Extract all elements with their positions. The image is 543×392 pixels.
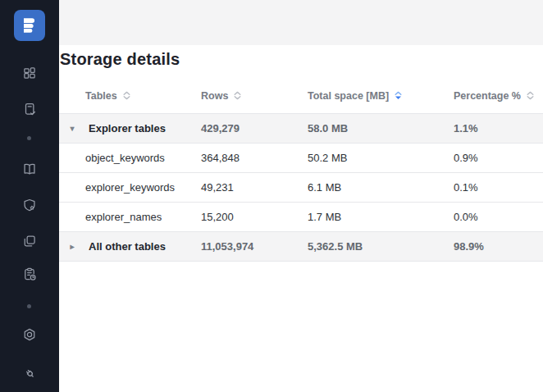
cell-total-space: 1.7 MB	[308, 211, 454, 223]
logo-glyph	[20, 16, 39, 35]
table-row[interactable]: ▸ All other tables 11,053,974 5,362.5 MB…	[59, 232, 543, 262]
document-check-icon[interactable]	[22, 102, 37, 116]
table-row: object_keywords 364,848 50.2 MB 0.9%	[59, 144, 543, 173]
cell-table-name: Explorer tables	[85, 122, 201, 134]
table-row: explorer_names 15,200 1.7 MB 0.0%	[59, 203, 543, 232]
clipboard-clock-icon[interactable]	[22, 267, 37, 281]
cell-total-space: 5,362.5 MB	[308, 240, 454, 253]
cell-rows: 49,231	[201, 181, 308, 194]
page-title: Storage details	[60, 48, 543, 70]
storage-table: Tables Rows Total space [MB]	[59, 78, 543, 262]
table-row: explorer_keywords 49,231 6.1 MB 0.1%	[59, 173, 543, 203]
cell-rows: 429,279	[201, 122, 308, 134]
cell-rows: 11,053,974	[201, 240, 308, 253]
cell-rows: 15,200	[201, 211, 308, 223]
top-header-band	[59, 0, 543, 45]
cell-total-space: 6.1 MB	[308, 181, 454, 194]
cell-total-space: 58.0 MB	[308, 122, 454, 134]
cell-table-name: All other tables	[85, 240, 201, 253]
column-header-rows[interactable]: Rows	[201, 90, 308, 102]
sort-icon	[525, 90, 536, 101]
column-label: Total space [MB]	[308, 90, 389, 102]
sort-icon	[232, 90, 243, 101]
column-label: Percentage %	[454, 90, 521, 102]
dashboard-icon[interactable]	[22, 66, 37, 80]
sidebar	[0, 0, 59, 392]
plug-icon[interactable]	[22, 366, 37, 381]
app-window: Storage details Tables Rows Total	[0, 0, 543, 392]
hexagon-settings-icon[interactable]	[22, 327, 37, 342]
table-body: ▾ Explorer tables 429,279 58.0 MB 1.1% o…	[59, 114, 543, 262]
table-header-row: Tables Rows Total space [MB]	[59, 78, 543, 114]
cell-percentage: 0.1%	[454, 181, 543, 194]
separator-dot	[27, 136, 31, 140]
cell-percentage: 0.9%	[454, 152, 543, 164]
column-header-tables[interactable]: Tables	[85, 90, 201, 102]
cell-percentage: 98.9%	[454, 240, 543, 253]
sort-icon	[121, 90, 132, 101]
folders-icon[interactable]	[22, 234, 37, 248]
cell-table-name: explorer_keywords	[85, 181, 201, 194]
sort-icon-active	[393, 90, 404, 101]
table-row[interactable]: ▾ Explorer tables 429,279 58.0 MB 1.1%	[59, 114, 543, 144]
cell-table-name: explorer_names	[85, 211, 201, 223]
cell-total-space: 50.2 MB	[308, 152, 454, 164]
cell-percentage: 1.1%	[454, 122, 543, 134]
column-label: Tables	[85, 90, 117, 102]
column-header-total-space[interactable]: Total space [MB]	[308, 90, 454, 102]
main-content: Storage details Tables Rows Total	[59, 0, 543, 392]
book-icon[interactable]	[22, 162, 37, 176]
cell-percentage: 0.0%	[454, 211, 543, 223]
app-logo[interactable]	[14, 10, 45, 41]
column-header-percentage[interactable]: Percentage %	[454, 90, 543, 102]
expand-caret[interactable]: ▾	[66, 125, 78, 133]
cell-rows: 364,848	[201, 152, 308, 164]
column-label: Rows	[201, 90, 228, 102]
expand-caret[interactable]: ▸	[66, 243, 78, 251]
shield-star-icon[interactable]	[22, 198, 37, 212]
separator-dot	[27, 304, 31, 308]
cell-table-name: object_keywords	[85, 152, 201, 164]
